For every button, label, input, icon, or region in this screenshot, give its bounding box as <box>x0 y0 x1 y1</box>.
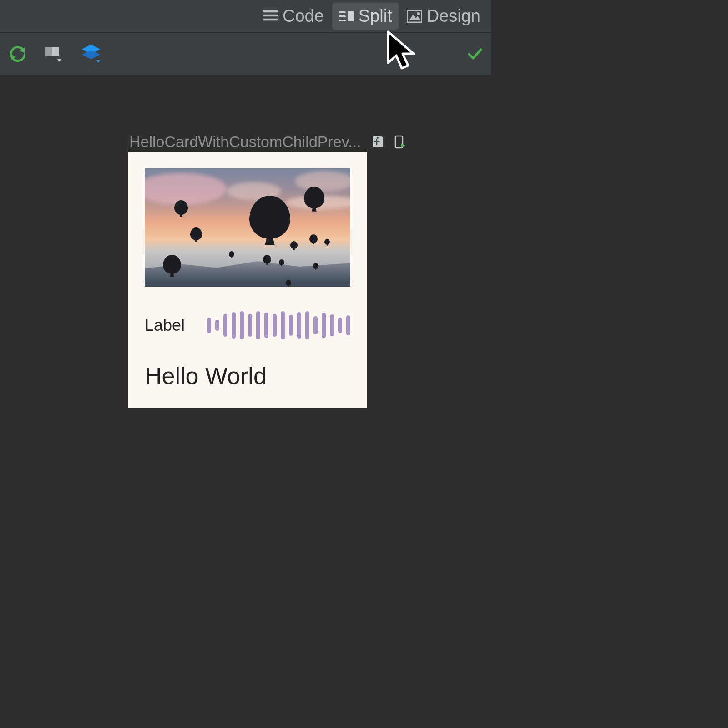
tab-split[interactable]: Split <box>332 3 399 30</box>
view-mode-tabbar: Code Split Design <box>0 0 491 33</box>
svg-rect-13 <box>46 47 52 56</box>
preview-canvas[interactable]: HelloCardWithCustomChildPrev... <box>0 75 491 491</box>
card-label: Label <box>145 316 185 335</box>
image-icon <box>407 10 422 23</box>
surface-picker-icon[interactable] <box>44 44 64 64</box>
split-icon <box>339 10 354 22</box>
tab-code-label: Code <box>283 6 324 26</box>
tab-split-label: Split <box>359 6 392 26</box>
build-success-icon[interactable] <box>467 46 483 62</box>
preview-header: HelloCardWithCustomChildPrev... <box>129 133 406 151</box>
refresh-icon[interactable] <box>8 44 27 63</box>
svg-point-19 <box>377 137 379 139</box>
design-toolbar <box>0 33 491 75</box>
deploy-preview-icon[interactable] <box>394 135 406 149</box>
svg-point-9 <box>417 12 420 15</box>
card-image <box>145 168 350 287</box>
preview-card: Label Hello World <box>128 152 367 408</box>
svg-marker-16 <box>82 50 100 59</box>
preview-name: HelloCardWithCustomChildPrev... <box>129 133 361 151</box>
tab-design-label: Design <box>427 6 480 26</box>
tab-design[interactable]: Design <box>400 3 487 30</box>
card-title: Hello World <box>145 362 350 389</box>
waveform-icon <box>207 311 350 339</box>
svg-marker-8 <box>409 15 420 20</box>
lines-icon <box>263 10 278 23</box>
svg-rect-6 <box>348 11 354 21</box>
card-label-row: Label <box>145 311 350 339</box>
svg-marker-14 <box>57 59 61 62</box>
layers-icon[interactable] <box>80 43 102 65</box>
svg-marker-17 <box>96 60 100 63</box>
tab-code[interactable]: Code <box>256 3 330 30</box>
interactive-mode-icon[interactable] <box>371 136 384 148</box>
